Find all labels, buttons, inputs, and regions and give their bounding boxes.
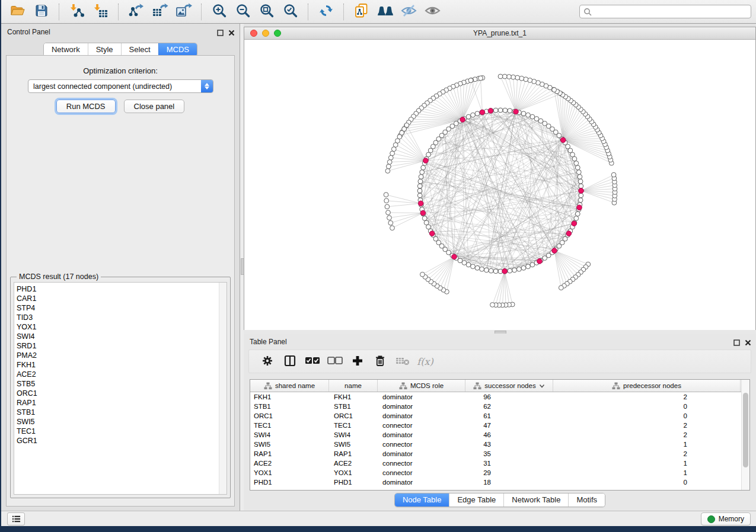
mcds-result-node[interactable]: TEC1	[14, 427, 227, 436]
cell-successor_nodes: 47	[465, 422, 553, 429]
mcds-result-node[interactable]: FKH1	[14, 360, 227, 370]
zoom-in-button[interactable]	[208, 2, 231, 22]
tab-select[interactable]: Select	[121, 43, 158, 56]
column-header-name[interactable]: name	[329, 380, 378, 392]
zoom-fit-button[interactable]	[255, 2, 279, 22]
save-session-button[interactable]	[30, 2, 53, 22]
cell-successor_nodes: 96	[465, 393, 553, 400]
import-network-button[interactable]	[65, 2, 89, 22]
network-window-titlebar[interactable]: YPA_prune.txt_1	[244, 27, 755, 40]
mcds-result-node[interactable]: PMA2	[14, 351, 227, 360]
cell-shared_name: STB1	[250, 403, 329, 410]
network-canvas[interactable]	[244, 40, 755, 330]
open-session-button[interactable]	[6, 2, 30, 22]
attribute-type-icon	[612, 382, 620, 390]
table-row[interactable]: ORC1ORC1dominator610	[250, 411, 742, 421]
column-header-predecessor_nodes[interactable]: predecessor nodes	[553, 380, 741, 392]
tab-edge-table[interactable]: Edge Table	[449, 493, 503, 507]
cell-name: PHD1	[329, 479, 378, 486]
table-row[interactable]: ACE2ACE2connector311	[250, 459, 742, 468]
table-row[interactable]: TEC1TEC1connector472	[250, 421, 742, 430]
select-all-icon	[305, 357, 320, 367]
mcds-result-node[interactable]: ACE2	[14, 370, 227, 379]
tab-node-table[interactable]: Node Table	[395, 493, 449, 507]
criterion-dropdown[interactable]: largest connected component (undirected)	[28, 79, 213, 93]
show-all-button[interactable]	[421, 2, 445, 22]
network-from-selection-button[interactable]	[350, 2, 374, 22]
export-table-icon	[152, 3, 168, 20]
refresh-layout-button[interactable]	[314, 2, 338, 22]
cell-predecessor_nodes: 1	[553, 469, 741, 476]
show-columns-button[interactable]	[279, 352, 301, 371]
table-scrollbar-thumb[interactable]	[743, 393, 748, 467]
mcds-result-node[interactable]: STB5	[14, 379, 227, 389]
mcds-hub-node	[560, 137, 566, 143]
tab-motifs[interactable]: Motifs	[568, 493, 605, 507]
mcds-result-node[interactable]: RAP1	[14, 398, 227, 408]
hide-selected-button[interactable]	[397, 2, 421, 22]
add-column-button[interactable]	[346, 352, 369, 371]
memory-button[interactable]: Memory	[701, 512, 751, 525]
zoom-out-button[interactable]	[231, 2, 255, 22]
column-header-mcds_role[interactable]: MCDS role	[378, 380, 465, 392]
mcds-result-node[interactable]: YOX1	[14, 322, 227, 332]
table-row[interactable]: FKH1FKH1dominator962	[250, 392, 742, 402]
mcds-hub-node	[488, 108, 493, 114]
select-all-button[interactable]	[301, 352, 324, 371]
table-row[interactable]: PHD1PHD1dominator180	[250, 477, 742, 487]
table-row[interactable]: YOX1YOX1connector291	[250, 468, 742, 477]
delete-columns-button[interactable]	[369, 352, 391, 371]
tab-network-table[interactable]: Network Table	[503, 493, 568, 507]
mcds-result-node[interactable]: CAR1	[14, 294, 227, 303]
tab-mcds[interactable]: MCDS	[158, 43, 197, 56]
mcds-result-node[interactable]: GCR1	[14, 436, 227, 446]
mcds-result-list[interactable]: PHD1CAR1STP4TID3YOX1SWI4SRD1PMA2FKH1ACE2…	[14, 282, 227, 495]
table-row[interactable]: STB1STB1dominator620	[250, 402, 742, 411]
cell-predecessor_nodes: 2	[553, 431, 741, 438]
cell-name: FKH1	[329, 393, 378, 400]
mcds-result-node[interactable]: TID3	[14, 313, 227, 322]
search-input[interactable]	[595, 7, 747, 17]
export-network-button[interactable]	[125, 2, 148, 22]
close-panel-button[interactable]: Close panel	[124, 100, 185, 113]
run-mcds-button[interactable]: Run MCDS	[56, 100, 116, 113]
zoom-out-icon	[235, 3, 251, 20]
export-image-button[interactable]	[172, 2, 196, 22]
export-table-button[interactable]	[148, 2, 172, 22]
import-network-icon	[69, 3, 85, 20]
import-table-button[interactable]	[89, 2, 113, 22]
deselect-all-button[interactable]	[324, 352, 346, 371]
close-table-panel-icon[interactable]	[745, 338, 751, 348]
tab-network[interactable]: Network	[44, 43, 88, 56]
node-table[interactable]: shared namenameMCDS rolesuccessor nodesp…	[250, 379, 750, 491]
table-mode-button[interactable]	[256, 352, 279, 371]
table-tabs: Node TableEdge TableNetwork TableMotifs	[394, 493, 605, 507]
table-row[interactable]: SWI4SWI4dominator462	[250, 430, 742, 440]
mcds-result-node[interactable]: PHD1	[14, 284, 227, 294]
table-row[interactable]: SWI5SWI5connector431	[250, 440, 742, 449]
table-row[interactable]: RAP1RAP1dominator352	[250, 449, 742, 459]
mcds-result-node[interactable]: STB1	[14, 408, 227, 417]
mcds-result-node[interactable]: STP4	[14, 303, 227, 313]
cell-successor_nodes: 61	[465, 412, 553, 419]
show-panels-button[interactable]	[7, 512, 25, 525]
float-table-panel-icon[interactable]	[733, 338, 740, 348]
zoom-selected-button[interactable]	[279, 2, 302, 22]
float-panel-icon[interactable]	[217, 28, 224, 39]
cell-shared_name: PHD1	[250, 479, 329, 486]
tab-style[interactable]: Style	[88, 43, 121, 56]
toolbar-separator	[201, 4, 202, 20]
mcds-result-node[interactable]: SRD1	[14, 341, 227, 351]
mcds-result-node[interactable]: SWI5	[14, 417, 227, 427]
network-graph[interactable]	[244, 40, 755, 330]
search-field[interactable]	[579, 5, 751, 18]
mcds-result-node[interactable]: ORC1	[14, 389, 227, 398]
column-header-shared_name[interactable]: shared name	[250, 380, 329, 392]
close-panel-icon[interactable]	[228, 28, 235, 39]
first-neighbors-button[interactable]	[374, 2, 397, 22]
mcds-list-scrollbar[interactable]	[219, 283, 227, 494]
control-panel-title: Control Panel	[7, 28, 50, 36]
mcds-result-node[interactable]: SWI4	[14, 332, 227, 341]
column-header-successor_nodes[interactable]: successor nodes	[465, 380, 553, 392]
table-scrollbar[interactable]	[741, 380, 749, 490]
